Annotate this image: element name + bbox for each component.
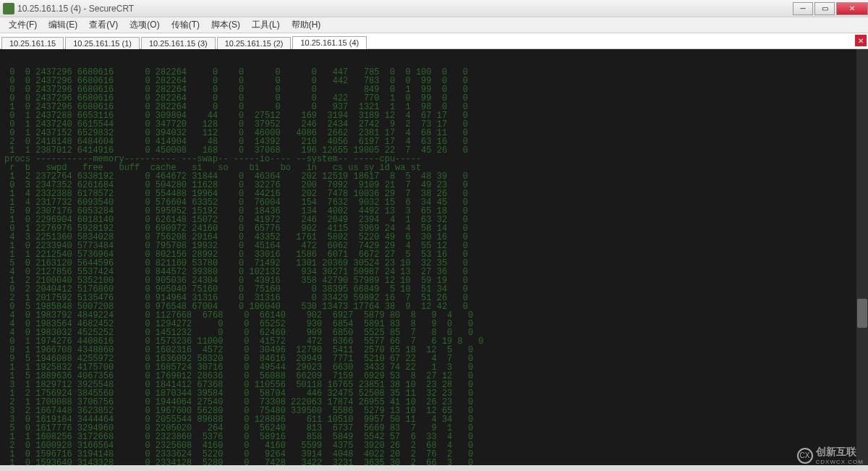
minimize-button[interactable]: ─ bbox=[793, 2, 813, 15]
tab-close-all-icon[interactable]: ✕ bbox=[855, 35, 867, 46]
maximize-button[interactable]: ▭ bbox=[814, 2, 835, 15]
close-button[interactable]: ✕ bbox=[836, 2, 868, 15]
tab-session-1[interactable]: 10.25.161.15 (1) bbox=[65, 37, 140, 49]
terminal-scrollbar[interactable] bbox=[856, 49, 868, 465]
menu-help[interactable]: 帮助(H) bbox=[286, 17, 327, 33]
tab-session-0[interactable]: 10.25.161.15 bbox=[1, 37, 64, 49]
tab-session-2[interactable]: 10.25.161.15 (3) bbox=[141, 37, 216, 49]
scrollbar-thumb[interactable] bbox=[857, 299, 867, 328]
watermark-text: 创新互联 bbox=[816, 446, 864, 459]
watermark: CX 创新互联 CDXWCX.COM bbox=[797, 446, 864, 465]
tab-session-3[interactable]: 10.25.161.15 (2) bbox=[217, 37, 292, 49]
menu-file[interactable]: 文件(F) bbox=[3, 17, 43, 33]
watermark-sub: CDXWCX.COM bbox=[816, 459, 864, 465]
menu-bar: 文件(F) 编辑(E) 查看(V) 选项(O) 传输(T) 脚本(S) 工具(L… bbox=[0, 17, 868, 33]
watermark-logo: CX bbox=[797, 448, 813, 464]
menu-script[interactable]: 脚本(S) bbox=[205, 17, 246, 33]
tab-session-4[interactable]: 10.25.161.15 (4) bbox=[292, 36, 367, 49]
tab-bar: 10.25.161.15 10.25.161.15 (1) 10.25.161.… bbox=[0, 33, 868, 49]
app-icon bbox=[3, 3, 14, 14]
terminal-output: 0 0 2437296 6680616 0 282264 0 0 0 0 447… bbox=[4, 68, 864, 465]
terminal-pane[interactable]: 0 0 2437296 6680616 0 282264 0 0 0 0 447… bbox=[0, 49, 868, 465]
menu-tools[interactable]: 工具(L) bbox=[246, 17, 286, 33]
menu-view[interactable]: 查看(V) bbox=[83, 17, 124, 33]
title-bar: 10.25.161.15 (4) - SecureCRT ─ ▭ ✕ bbox=[0, 0, 868, 17]
references[interactable]: 编辑(E) bbox=[43, 17, 83, 33]
menu-transfer[interactable]: 传输(T) bbox=[166, 17, 205, 33]
window-buttons: ─ ▭ ✕ bbox=[791, 2, 868, 15]
status-bar bbox=[0, 465, 868, 471]
menu-options[interactable]: 选项(O) bbox=[124, 17, 165, 33]
window-title: 10.25.161.15 (4) - SecureCRT bbox=[17, 4, 791, 14]
